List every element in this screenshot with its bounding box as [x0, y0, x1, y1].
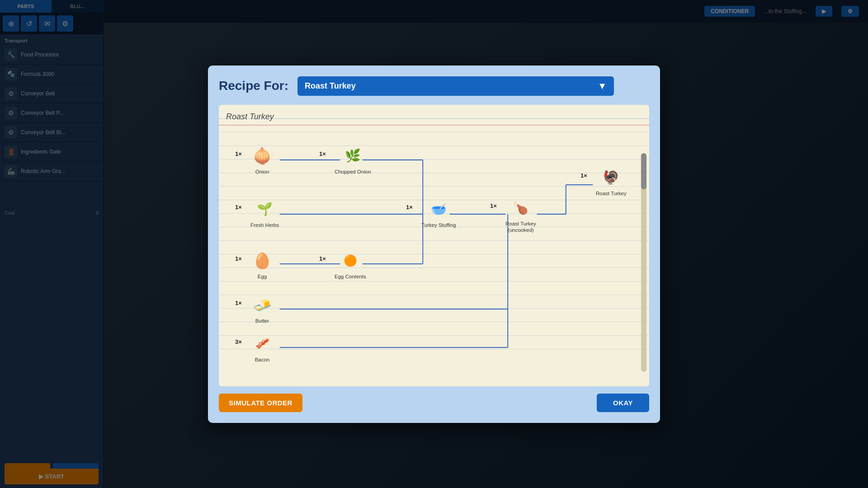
modal-title: Recipe For:: [219, 79, 288, 93]
recipe-dropdown-label: Roast Turkey: [305, 81, 356, 91]
okay-button[interactable]: OKAY: [597, 394, 649, 412]
ingredient-roast-turkey-uncooked: 1× 🍗 Roast Turkey(uncooked): [505, 196, 536, 234]
recipe-modal: Recipe For: Roast Turkey ▼: [208, 66, 660, 423]
chopped-onion-label: Chopped Onion: [335, 169, 371, 175]
roast-turkey-final-label: Roast Turkey: [596, 190, 627, 197]
chevron-down-icon: ▼: [598, 81, 607, 91]
fresh-herbs-icon: 🌱: [253, 197, 277, 221]
ingredient-fresh-herbs: 1× 🌱 Fresh Herbs: [250, 197, 279, 229]
scroll-indicator[interactable]: [641, 153, 646, 372]
ingredient-bacon: 3× 🥓 Bacon: [250, 332, 274, 363]
ingredient-turkey-stuffing: 1× 🥣 Turkey Stuffing: [421, 197, 456, 229]
ingredient-onion: 1× 🧅 Onion: [250, 144, 274, 175]
egg-label: Egg: [258, 273, 267, 280]
egg-contents-qty: 1×: [319, 255, 326, 262]
roast-turkey-final-qty: 1×: [580, 172, 587, 179]
margin-line: [219, 125, 649, 126]
ingredient-butter: 1× 🧈 Butter: [250, 293, 274, 324]
recipe-dropdown[interactable]: Roast Turkey ▼: [297, 76, 614, 96]
modal-overlay: Recipe For: Roast Turkey ▼: [0, 0, 868, 488]
ingredient-roast-turkey-final: 1× 🦃 Roast Turkey: [596, 166, 627, 197]
roast-turkey-uncooked-icon: 🍗: [509, 196, 533, 220]
modal-header: Recipe For: Roast Turkey ▼: [219, 76, 649, 96]
roast-turkey-final-icon: 🦃: [599, 166, 623, 189]
roast-turkey-uncooked-qty: 1×: [490, 202, 497, 209]
egg-icon: 🥚: [250, 249, 274, 272]
egg-contents-icon: 🟠: [339, 249, 362, 272]
connector-lines: [226, 126, 642, 379]
onion-label: Onion: [255, 169, 269, 175]
ingredient-egg-contents: 1× 🟠 Egg Contents: [335, 249, 366, 280]
scroll-thumb: [641, 153, 646, 189]
turkey-stuffing-label: Turkey Stuffing: [421, 222, 456, 229]
onion-icon: 🧅: [250, 144, 274, 168]
egg-qty: 1×: [235, 255, 242, 262]
recipe-diagram: 1× 🧅 Onion 1× 🌿 Chopped Onion 1× 🌱 Fresh…: [226, 126, 642, 379]
roast-turkey-uncooked-label: Roast Turkey(uncooked): [505, 221, 536, 234]
bacon-icon: 🥓: [250, 332, 274, 356]
simulate-order-button[interactable]: SIMULATE ORDER: [219, 394, 302, 412]
egg-contents-label: Egg Contents: [335, 273, 366, 280]
bacon-qty: 3×: [235, 338, 242, 345]
turkey-stuffing-qty: 1×: [406, 204, 413, 211]
turkey-stuffing-icon: 🥣: [427, 197, 450, 221]
chopped-onion-qty: 1×: [319, 150, 326, 157]
fresh-herbs-qty: 1×: [235, 204, 242, 211]
modal-footer: SIMULATE ORDER OKAY: [219, 394, 649, 412]
recipe-card-title: Roast Turkey: [226, 112, 642, 122]
butter-label: Butter: [255, 318, 269, 324]
chopped-onion-icon: 🌿: [341, 144, 364, 168]
ingredient-egg: 1× 🥚 Egg: [250, 249, 274, 280]
onion-qty: 1×: [235, 150, 242, 157]
bacon-label: Bacon: [255, 357, 270, 363]
ingredient-chopped-onion: 1× 🌿 Chopped Onion: [335, 144, 371, 175]
butter-qty: 1×: [235, 300, 242, 306]
butter-icon: 🧈: [250, 293, 274, 317]
fresh-herbs-label: Fresh Herbs: [250, 222, 279, 229]
recipe-card: Roast Turkey: [219, 105, 649, 386]
